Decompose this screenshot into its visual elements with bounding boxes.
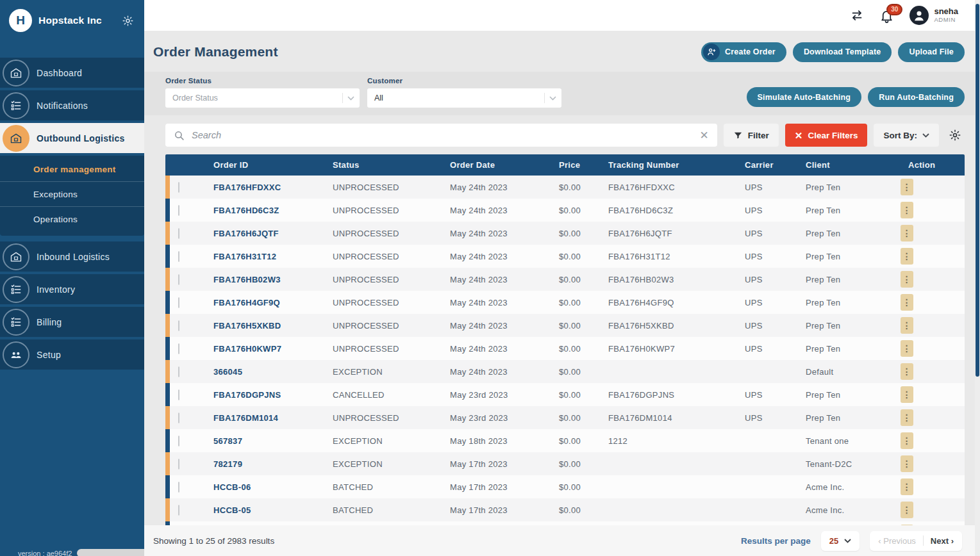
sidebar-item-outbound-logistics[interactable]: Outbound Logistics <box>0 123 144 153</box>
sidebar-subitem-exceptions[interactable]: Exceptions <box>0 182 144 207</box>
clear-filters-button[interactable]: ✕ Clear Filters <box>785 124 868 147</box>
row-order-id[interactable]: FBA176DM1014 <box>202 413 321 423</box>
customer-select[interactable]: All <box>367 88 561 108</box>
sidebar-item-inbound-logistics[interactable]: Inbound Logistics <box>0 241 144 272</box>
order-status-value: Order Status <box>172 94 218 102</box>
row-checkbox[interactable] <box>178 228 179 239</box>
row-actions-menu-icon[interactable]: ⋮ <box>901 409 913 426</box>
row-actions-menu-icon[interactable]: ⋮ <box>901 202 913 218</box>
filter-button[interactable]: Filter <box>724 124 779 147</box>
simulate-auto-batching-button[interactable]: Simulate Auto-Batching <box>747 87 862 107</box>
row-checkbox[interactable] <box>178 251 179 262</box>
scrollbar-thumb[interactable] <box>976 4 979 377</box>
row-order-id[interactable]: FBA176DGPJNS <box>202 390 321 400</box>
row-checkbox[interactable] <box>178 482 179 493</box>
sidebar-subitem-operations[interactable]: Operations <box>0 207 144 232</box>
row-status: UNPROCESSED <box>321 413 438 423</box>
row-status: EXCEPTION <box>321 459 438 469</box>
page-size-select[interactable]: 25 <box>821 531 860 551</box>
row-actions-menu-icon[interactable]: ⋮ <box>901 294 913 311</box>
row-order-id[interactable]: HCCB-06 <box>202 482 321 492</box>
previous-page-button[interactable]: ‹ Previous <box>878 536 916 546</box>
column-header-order-id[interactable]: Order ID <box>202 160 321 170</box>
row-status: BATCHED <box>321 505 438 515</box>
searchbar: ✕ <box>165 124 717 147</box>
row-checkbox[interactable] <box>178 366 179 377</box>
row-order-id[interactable]: FBA176H6JQTF <box>202 229 321 238</box>
row-checkbox[interactable] <box>178 182 179 193</box>
create-order-button[interactable]: Create Order <box>701 42 786 62</box>
next-page-button[interactable]: Next › <box>931 536 954 546</box>
user-menu[interactable]: sneha ADMIN <box>909 6 958 25</box>
row-actions-menu-icon[interactable]: ⋮ <box>901 478 913 495</box>
row-order-id[interactable]: 567837 <box>202 436 321 446</box>
sidebar-item-notifications[interactable]: Notifications <box>0 90 144 120</box>
sidebar-item-dashboard[interactable]: Dashboard <box>0 58 144 88</box>
column-header-client[interactable]: Client <box>794 160 885 170</box>
page-scrollbar[interactable] <box>975 0 980 556</box>
pagination-controls: Results per page 25 ‹ Previous Next › <box>741 531 962 551</box>
row-actions-menu-icon[interactable]: ⋮ <box>901 432 913 449</box>
notifications-bell-icon[interactable]: 30 <box>879 8 894 23</box>
row-order-id[interactable]: FBA176H4GF9Q <box>202 298 321 307</box>
search-icon <box>174 130 185 141</box>
row-actions-menu-icon[interactable]: ⋮ <box>901 502 913 518</box>
row-checkbox[interactable] <box>178 436 179 446</box>
row-order-id[interactable]: FBA176H31T12 <box>202 252 321 261</box>
row-actions-menu-icon[interactable]: ⋮ <box>901 340 913 357</box>
sidebar-subitem-order-management[interactable]: Order management <box>0 157 144 182</box>
column-header-price[interactable]: Price <box>547 160 597 170</box>
row-price: $0.00 <box>547 436 597 446</box>
switch-warehouse-icon[interactable] <box>850 8 864 22</box>
row-actions-menu-icon[interactable]: ⋮ <box>901 248 913 265</box>
row-order-id[interactable]: HCCB-05 <box>202 505 321 515</box>
brand-name: Hopstack Inc <box>38 15 115 26</box>
row-actions-menu-icon[interactable]: ⋮ <box>901 271 913 288</box>
row-checkbox[interactable] <box>178 297 179 308</box>
table-settings-gear-icon[interactable] <box>945 124 965 147</box>
column-header-tracking-number[interactable]: Tracking Number <box>597 160 733 170</box>
row-order-id[interactable]: 366045 <box>202 367 321 377</box>
table-body: FBA176HFDXXC UNPROCESSED May 24th 2023 $… <box>165 176 965 525</box>
row-actions-menu-icon[interactable]: ⋮ <box>901 455 913 472</box>
row-actions-menu-icon[interactable]: ⋮ <box>901 179 913 195</box>
sidebar-item-billing[interactable]: Billing <box>0 307 144 337</box>
row-checkbox[interactable] <box>178 389 179 400</box>
row-order-id[interactable]: 782179 <box>202 459 321 469</box>
row-checkbox[interactable] <box>178 459 179 470</box>
sort-by-button[interactable]: Sort By: <box>874 124 939 147</box>
sidebar-item-setup[interactable]: Setup <box>0 339 144 370</box>
row-order-id[interactable]: FBA176HD6C3Z <box>202 206 321 215</box>
row-checkbox[interactable] <box>178 274 179 285</box>
row-order-id[interactable]: FBA176H0KWP7 <box>202 344 321 354</box>
column-header-order-date[interactable]: Order Date <box>438 160 547 170</box>
row-checkbox[interactable] <box>178 413 179 423</box>
row-status: UNPROCESSED <box>321 344 438 354</box>
row-checkbox[interactable] <box>178 320 179 331</box>
clear-search-icon[interactable]: ✕ <box>700 130 709 141</box>
upload-file-button[interactable]: Upload File <box>898 42 965 62</box>
sidebar-gear-icon[interactable] <box>122 15 134 27</box>
row-checkbox[interactable] <box>178 343 179 354</box>
row-actions-menu-icon[interactable]: ⋮ <box>901 386 913 403</box>
column-header-carrier[interactable]: Carrier <box>733 160 794 170</box>
sidebar-item-inventory[interactable]: Inventory <box>0 274 144 304</box>
row-order-id[interactable]: FBA176HB02W3 <box>202 275 321 284</box>
table-row: FBA176H4GF9Q UNPROCESSED May 24th 2023 $… <box>165 291 965 314</box>
row-price: $0.00 <box>547 482 597 492</box>
download-template-button[interactable]: Download Template <box>793 42 892 62</box>
row-order-id[interactable]: FBA176H5XKBD <box>202 321 321 331</box>
search-input[interactable] <box>192 130 693 140</box>
order-status-select[interactable]: Order Status <box>165 88 360 108</box>
row-order-id[interactable]: FBA176HFDXXC <box>202 183 321 192</box>
run-auto-batching-button[interactable]: Run Auto-Batching <box>868 87 965 107</box>
row-checkbox[interactable] <box>178 205 179 216</box>
row-actions-menu-icon[interactable]: ⋮ <box>901 363 913 380</box>
row-client: Prep Ten <box>794 298 885 307</box>
row-actions-menu-icon[interactable]: ⋮ <box>901 225 913 241</box>
row-checkbox[interactable] <box>178 505 179 516</box>
column-header-status[interactable]: Status <box>321 160 438 170</box>
row-price: $0.00 <box>547 459 597 469</box>
row-actions-menu-icon[interactable]: ⋮ <box>901 317 913 334</box>
avatar <box>909 6 929 25</box>
